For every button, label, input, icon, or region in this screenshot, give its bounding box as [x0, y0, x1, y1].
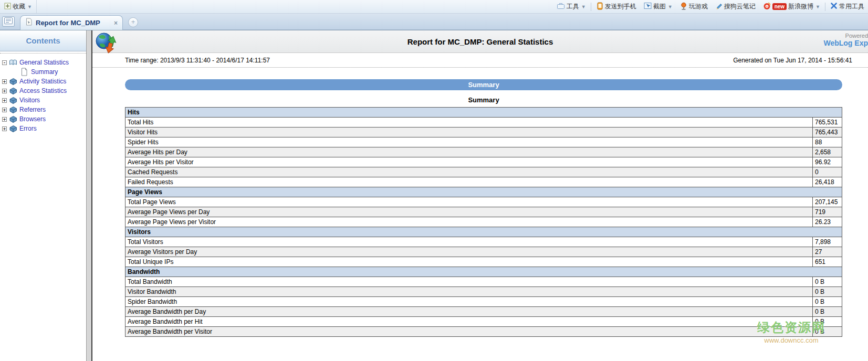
metric-value: 26,418: [812, 177, 842, 187]
section-header-row: Visitors: [126, 227, 842, 237]
chevron-down-icon: ▼: [668, 4, 673, 9]
report-info-row: Time range: 2013/9/3 11:31:40 - 2014/6/1…: [92, 53, 868, 68]
new-badge: new: [772, 3, 787, 10]
tools-icon: [557, 2, 565, 11]
tree-item-label: Activity Statistics: [19, 78, 66, 85]
toolbar-item-5[interactable]: new新浪微博▼: [759, 0, 824, 13]
page-icon: [20, 68, 29, 76]
sidebar-item-summary[interactable]: Summary: [0, 67, 86, 77]
toolbar-item-4[interactable]: 搜狗云笔记: [712, 0, 759, 13]
table-row: Average Hits per Visitor96.92: [126, 157, 842, 167]
sidebar-item-errors[interactable]: +Errors: [0, 124, 86, 133]
table-row: Average Page Views per Visitor26.23: [126, 217, 842, 227]
closed-book-icon: [9, 87, 17, 95]
note-icon: [715, 2, 723, 11]
section-name: Visitors: [126, 227, 842, 237]
contents-tree: -General StatisticsSummary+Activity Stat…: [0, 56, 86, 133]
metric-value: 765,443: [812, 128, 842, 137]
weblog-expert-globe-logo: [95, 31, 119, 59]
metric-value: 0 B: [812, 327, 842, 337]
tree-expander[interactable]: +: [2, 108, 7, 112]
sidebar-item-referrers[interactable]: +Referrers: [0, 105, 86, 114]
browser-toolbar: 收藏 ▼ 工具▼发送到手机截图▼玩游戏搜狗云笔记new新浪微博▼常用工具: [0, 0, 868, 14]
frame-divider[interactable]: [86, 30, 92, 361]
favorites-label: 收藏: [13, 2, 25, 11]
table-row: Average Page Views per Day719: [126, 207, 842, 217]
sidebar-item-visitors[interactable]: +Visitors: [0, 95, 86, 105]
metric-label: Average Page Views per Day: [126, 207, 813, 217]
time-range-label: Time range: 2013/9/3 11:31:40 - 2014/6/1…: [125, 57, 270, 64]
sidebar-item-activity-statistics[interactable]: +Activity Statistics: [0, 77, 86, 86]
tree-item-label: Referrers: [19, 106, 46, 113]
metric-label: Average Bandwidth per Hit: [126, 317, 813, 327]
toolbar-item-label: 新浪微博: [788, 2, 813, 11]
toolbar-item-label: 玩游戏: [689, 2, 708, 11]
sidebar-item-browsers[interactable]: +Browsers: [0, 114, 86, 124]
metric-value: 719: [812, 207, 842, 217]
summary-table: HitsTotal Hits765,531Visitor Hits765,443…: [125, 107, 842, 337]
table-row: Visitor Hits765,443: [126, 128, 842, 137]
closed-book-icon: [9, 96, 17, 104]
table-row: Average Bandwidth per Day0 B: [126, 307, 842, 317]
metric-label: Average Hits per Day: [126, 147, 813, 157]
table-row: Total Visitors7,898: [126, 237, 842, 247]
toolbar-item-0[interactable]: 工具▼: [553, 0, 590, 13]
metric-value: 27: [812, 247, 842, 257]
toolbar-item-3[interactable]: 玩游戏: [676, 0, 712, 13]
favorites-button[interactable]: 收藏 ▼: [0, 0, 37, 13]
metric-value: 88: [812, 137, 842, 147]
tree-item-label: Summary: [31, 68, 58, 76]
toolbar-item-label: 工具: [567, 2, 579, 11]
page-title: Report for MC_DMP: General Statistics: [92, 30, 868, 53]
toolbar-item-6[interactable]: 常用工具: [827, 0, 868, 13]
tree-expander[interactable]: +: [2, 89, 7, 93]
section-name: Hits: [126, 108, 842, 118]
weblog-expert-link[interactable]: WebLog Exp: [823, 39, 868, 47]
tab-close-icon[interactable]: ×: [114, 19, 118, 27]
metric-value: 96.92: [812, 157, 842, 167]
powered-by: Powered WebLog Exp: [823, 33, 868, 47]
metric-value: 0 B: [812, 307, 842, 317]
crossed-tools-icon: [830, 2, 838, 11]
tree-expander[interactable]: -: [2, 60, 7, 65]
table-row: Average Visitors per Day27: [126, 247, 842, 257]
chevron-down-icon: ▼: [581, 4, 586, 9]
closed-book-icon: [9, 115, 17, 123]
toolbar-item-2[interactable]: 截图▼: [640, 0, 676, 13]
metric-value: 0 B: [812, 317, 842, 327]
metric-value: 765,531: [812, 118, 842, 128]
metric-label: Failed Requests: [126, 177, 813, 187]
toolbar-item-label: 搜狗云笔记: [724, 2, 756, 11]
new-tab-button[interactable]: +: [128, 17, 138, 27]
tree-expander[interactable]: +: [2, 117, 7, 122]
toolbar-item-1[interactable]: 发送到手机: [592, 0, 640, 13]
tree-item-label: Browsers: [19, 115, 46, 123]
tree-expander[interactable]: +: [2, 79, 7, 84]
sidebar-item-general-statistics[interactable]: -General Statistics: [0, 58, 86, 67]
metric-label: Visitor Bandwidth: [126, 287, 813, 297]
tab-list-button[interactable]: [2, 16, 15, 27]
toolbar-item-label: 发送到手机: [605, 2, 636, 11]
toolbar-right-group: 工具▼发送到手机截图▼玩游戏搜狗云笔记new新浪微博▼常用工具: [553, 0, 868, 13]
closed-book-icon: [9, 105, 17, 114]
tab-report[interactable]: Report for MC_DMP ×: [20, 15, 123, 30]
metric-value: 7,898: [812, 237, 842, 247]
report-header: Report for MC_DMP: General Statistics Po…: [92, 30, 868, 53]
phone-icon: [596, 2, 603, 12]
sidebar-item-access-statistics[interactable]: +Access Statistics: [0, 86, 86, 95]
metric-value: 0 B: [812, 297, 842, 307]
tree-expander[interactable]: +: [2, 126, 7, 131]
metric-label: Average Bandwidth per Day: [126, 307, 813, 317]
metric-label: Cached Requests: [126, 167, 813, 177]
table-row: Total Bandwidth0 B: [126, 277, 842, 287]
table-row: Total Page Views207,145: [126, 197, 842, 207]
metric-value: 2,658: [812, 147, 842, 157]
table-row: Visitor Bandwidth0 B: [126, 287, 842, 297]
section-header-row: Bandwidth: [126, 267, 842, 277]
table-row: Failed Requests26,418: [126, 177, 842, 187]
open-book-icon: [9, 58, 17, 67]
metric-value: 0 B: [812, 277, 842, 287]
contents-sidebar: Contents -General StatisticsSummary+Acti…: [0, 30, 86, 361]
tree-expander[interactable]: +: [2, 98, 7, 103]
toolbar-item-label: 截图: [653, 2, 666, 11]
